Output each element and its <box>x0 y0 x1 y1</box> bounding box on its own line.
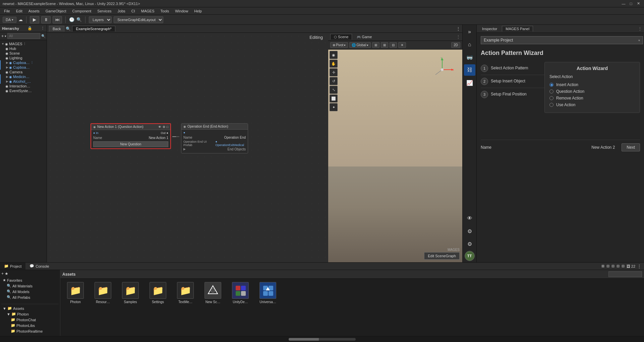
radio-use[interactable]: Use Action <box>549 102 635 107</box>
tree-item-cupboard2[interactable]: ▶ ◉ Cupboa… <box>0 65 47 70</box>
hierarchy-menu-icon[interactable]: ⋮ <box>41 26 45 30</box>
lighting-btn[interactable]: ☀ <box>398 42 406 48</box>
project-select[interactable]: Example Project <box>481 36 643 44</box>
photonchat-item[interactable]: 📁 PhotonChat <box>1 317 59 323</box>
menu-tools[interactable]: Tools <box>158 8 172 14</box>
radio-question[interactable]: Question Action <box>549 89 635 94</box>
menu-jobs[interactable]: Jobs <box>115 8 128 14</box>
tree-item-interaction[interactable]: ◉ Interaction… <box>0 84 47 88</box>
radio-insert-btn[interactable] <box>549 83 553 87</box>
maximize-btn[interactable]: □ <box>628 1 634 6</box>
layout-select[interactable]: SceneGraphEditLayout <box>114 16 163 23</box>
menu-ci[interactable]: CI <box>129 8 138 14</box>
play-btn[interactable]: ▶ <box>30 16 39 23</box>
pause-btn[interactable]: ⏸ <box>41 16 51 23</box>
history-icon[interactable]: 🕐 <box>69 17 74 22</box>
inspector-more[interactable]: ⋮ <box>638 26 642 31</box>
scale-tool-btn[interactable]: ⤡ <box>330 86 338 94</box>
search-icon[interactable]: 🔍 <box>76 17 82 22</box>
sg-node-opend[interactable]: ◉ Operation End (End Action) ● Name Oper… <box>181 123 248 153</box>
tree-item-medicine[interactable]: ▶ ◉ Medicin… <box>0 74 47 79</box>
layers-select[interactable]: Layers <box>89 16 112 23</box>
settings-icon-2[interactable]: ⚙ <box>464 225 475 237</box>
radio-insert[interactable]: Insert Action <box>549 82 635 87</box>
settings-icon-1[interactable]: 👁 <box>464 213 475 224</box>
radio-remove-btn[interactable] <box>549 96 553 100</box>
sg-tab-scenegraph[interactable]: ExampleScenegraph* <box>72 26 115 31</box>
sg-node1-eye-icon[interactable]: 👁 <box>158 125 161 129</box>
step-btn[interactable]: ⏭ <box>53 16 62 23</box>
menu-help[interactable]: Help <box>191 8 204 14</box>
bottom-icon-4[interactable]: ⊟ <box>617 264 620 268</box>
minimize-btn[interactable]: — <box>621 1 627 6</box>
tree-item-camera[interactable]: ◉ Camera <box>0 70 47 74</box>
hierarchy-search-icon[interactable]: 🔍 <box>41 34 45 38</box>
select-tool-btn[interactable]: ◉ <box>330 51 338 59</box>
mages-menu-icon[interactable]: ⋮ <box>23 42 26 46</box>
add-icon[interactable]: + <box>1 271 4 276</box>
2d-btn[interactable]: 2D <box>451 42 460 48</box>
sg-node-action1[interactable]: ◉ New Action 1 (Question Action) 👁 ⚙ □ ●… <box>91 123 171 149</box>
tt-avatar[interactable]: TT <box>465 251 475 261</box>
tree-item-scene[interactable]: ◉ Scene <box>0 51 47 56</box>
inspector-tab[interactable]: Inspector <box>479 26 501 31</box>
console-tab[interactable]: 💬 Console <box>25 263 53 270</box>
tree-item-mages[interactable]: ▼ ◉ MAGES ⋮ <box>0 42 47 46</box>
favorites-item[interactable]: ★ Favorites <box>1 277 59 283</box>
tree-item-hub[interactable]: ◉ Hub <box>0 46 47 51</box>
vr-headset-icon[interactable]: 🥽 <box>464 52 475 63</box>
sg-node1-more-icon[interactable]: □ <box>167 125 168 129</box>
mages-panel-tab[interactable]: MAGES Panel <box>502 26 533 31</box>
fav-icon[interactable]: ★ <box>5 271 8 276</box>
sg-search-icon[interactable]: 🔍 <box>66 26 71 31</box>
sg-tab-more[interactable]: ⋮ <box>456 26 460 31</box>
next-btn[interactable]: Next <box>622 143 640 151</box>
tree-item-lighting[interactable]: ◉ Lighting <box>0 56 47 60</box>
asset-resources[interactable]: 📁 Resour… <box>91 282 115 304</box>
close-btn[interactable]: ✕ <box>635 1 641 6</box>
expand-icon[interactable]: » <box>464 26 475 38</box>
game-tab[interactable]: 🎮 Game <box>353 34 375 40</box>
menu-component[interactable]: Component <box>69 8 94 14</box>
transform-tool-btn[interactable]: ✦ <box>330 103 338 111</box>
global-btn[interactable]: 🌐 Global ▾ <box>349 42 371 48</box>
cupboard1-menu-icon[interactable]: ⋮ <box>31 61 34 64</box>
asset-photon[interactable]: 📁 Photon <box>64 282 87 304</box>
assets-root-item[interactable]: ▼ 📁 Assets <box>1 305 59 311</box>
project-tab[interactable]: 📁 Project <box>0 263 25 270</box>
asset-universal[interactable]: Universa… <box>256 282 280 304</box>
grid-btn2[interactable]: ⊞ <box>381 42 388 48</box>
sg-node2-in-port[interactable]: ● <box>183 131 185 134</box>
hierarchy-search-input[interactable] <box>7 33 40 39</box>
sg-node1-question-btn[interactable]: New Question <box>93 141 168 147</box>
all-prefabs-item[interactable]: 🔍 All Prefabs <box>1 294 59 300</box>
menu-window[interactable]: Window <box>172 8 191 14</box>
photonrealtime-item[interactable]: 📁 PhotonRealtime <box>1 328 59 334</box>
photon-item[interactable]: ▼ 📁 Photon <box>1 311 59 317</box>
asset-newscene[interactable]: New Sc… <box>201 282 225 304</box>
sg-node1-in-port[interactable]: ● In <box>93 131 98 135</box>
bottom-more[interactable]: ⋮ <box>637 264 641 269</box>
bottom-icon-1[interactable]: ⊞ <box>601 264 604 268</box>
cloud-icon[interactable]: ☁ <box>18 17 23 22</box>
menu-services[interactable]: Services <box>95 8 114 14</box>
home-icon[interactable]: ⌂ <box>464 39 475 50</box>
bottom-icon-2[interactable]: ⊟ <box>606 264 609 268</box>
menu-mages[interactable]: MAGES <box>138 8 157 14</box>
rect-tool-btn[interactable]: ⬜ <box>330 94 338 102</box>
account-btn[interactable]: DA ▾ <box>3 17 16 23</box>
hand-tool-btn[interactable]: ✋ <box>330 60 338 68</box>
pivot-btn[interactable]: ⊕ Pivot ▾ <box>330 42 348 48</box>
all-models-item[interactable]: 🔍 All Models <box>1 289 59 294</box>
network-icon[interactable]: ⛓ <box>464 64 475 76</box>
radio-question-btn[interactable] <box>549 89 553 93</box>
radio-remove[interactable]: Remove Action <box>549 96 635 100</box>
hierarchy-plus-icon[interactable]: + <box>1 34 4 39</box>
view-tab-more[interactable]: ⋮ <box>456 35 460 39</box>
hierarchy-lock-icon[interactable]: 🔒 <box>27 26 32 30</box>
menu-edit[interactable]: Edit <box>13 8 25 14</box>
settings-icon-3[interactable]: ⚙ <box>464 238 475 250</box>
menu-file[interactable]: File <box>1 8 13 14</box>
sg-node1-gear-icon[interactable]: ⚙ <box>163 125 165 129</box>
edit-scenegraph-btn[interactable]: Edit SceneGraph <box>424 252 460 260</box>
